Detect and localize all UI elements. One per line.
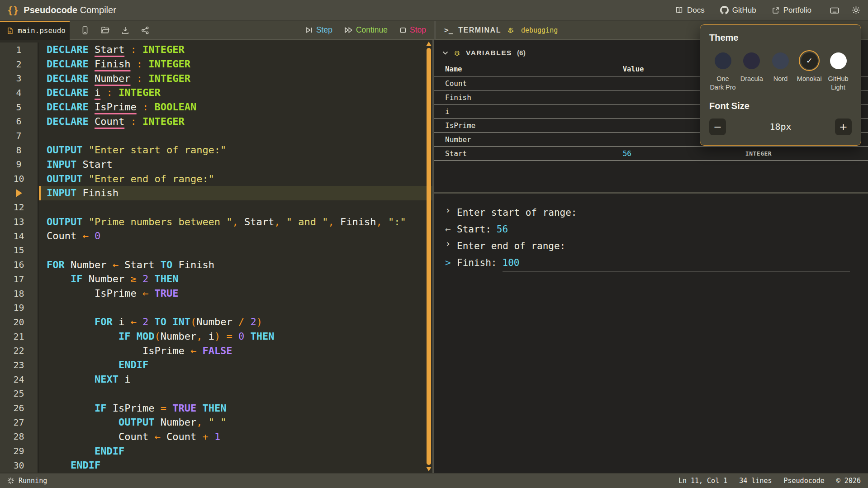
code-line[interactable]: 13OUTPUT "Prime numbers between ", Start… — [0, 214, 432, 229]
editor-scrollbar[interactable] — [426, 47, 432, 466]
code-line[interactable]: 9INPUT Start — [0, 157, 432, 172]
theme-option-dracula[interactable]: Dracula — [738, 50, 765, 92]
line-number: 8 — [0, 143, 39, 157]
status-right: Ln 11, Col 1 34 lines Pseudocode © 2026 — [678, 477, 861, 485]
code-text: Count ← Count + 1 — [39, 430, 432, 444]
scrollbar-thumb[interactable] — [427, 48, 431, 465]
code-line[interactable]: 17 IF Number ≥ 2 THEN — [0, 272, 432, 286]
stop-button[interactable]: Stop — [399, 25, 426, 35]
code-line[interactable]: 24 NEXT i — [0, 372, 432, 387]
notebook-icon[interactable] — [81, 26, 90, 35]
code-line[interactable]: 22 IsPrime ← FALSE — [0, 343, 432, 358]
variable-name: Count — [445, 79, 623, 88]
code-line[interactable]: 3DECLARE Number : INTEGER — [0, 71, 432, 85]
external-link-icon — [772, 6, 780, 14]
code-line[interactable]: 19 — [0, 300, 432, 315]
theme-swatch-ring — [712, 50, 733, 71]
code-line[interactable]: 7 — [0, 128, 432, 143]
braces-logo-icon: {} — [7, 5, 19, 16]
theme-option-github-light[interactable]: GitHub Light — [825, 50, 852, 92]
line-number: 10 — [0, 171, 39, 186]
line-number: 18 — [0, 286, 39, 301]
code-line[interactable]: 21 IF MOD(Number, i) = 0 THEN — [0, 329, 432, 344]
scroll-up-arrow[interactable] — [426, 42, 432, 46]
theme-settings-popup: Theme One Dark ProDraculaNord✓MonokaiGit… — [700, 24, 861, 146]
code-text: IsPrime ← TRUE — [39, 286, 432, 301]
font-size-increase-button[interactable]: + — [835, 118, 852, 135]
code-line[interactable]: 15 — [0, 243, 432, 258]
portfolio-link[interactable]: Portfolio — [772, 6, 811, 15]
variable-name: i — [445, 107, 623, 116]
code-text: DECLARE Count : INTEGER — [39, 114, 432, 128]
code-line[interactable]: 12 — [0, 200, 432, 215]
code-line[interactable]: 5DECLARE IsPrime : BOOLEAN — [0, 100, 432, 114]
step-button[interactable]: Step — [305, 25, 332, 35]
code-line[interactable]: INPUT Finish — [0, 186, 432, 200]
bug-icon — [507, 26, 515, 34]
code-line[interactable]: 18 IsPrime ← TRUE — [0, 286, 432, 301]
output-text: Enter start of range: — [457, 207, 577, 218]
theme-option-one-dark-pro[interactable]: One Dark Pro — [709, 50, 736, 92]
code-line[interactable]: 28 Count ← Count + 1 — [0, 430, 432, 444]
code-line[interactable]: 16FOR Number ← Start TO Finish — [0, 257, 432, 272]
line-number: 24 — [0, 372, 39, 387]
code-line[interactable]: 2DECLARE Finish : INTEGER — [0, 57, 432, 71]
code-line[interactable]: 6DECLARE Count : INTEGER — [0, 114, 432, 128]
step-icon — [305, 26, 313, 34]
code-text: DECLARE Number : INTEGER — [39, 71, 432, 85]
line-number: 5 — [0, 100, 39, 114]
github-link[interactable]: GitHub — [720, 6, 756, 15]
font-size-decrease-button[interactable]: − — [709, 118, 726, 135]
code-line[interactable]: 10OUTPUT "Enter end of range:" — [0, 171, 432, 186]
code-text — [39, 387, 432, 401]
scroll-down-arrow[interactable] — [426, 467, 432, 471]
terminal-input-field[interactable]: 100 — [503, 257, 850, 271]
line-number: 3 — [0, 71, 39, 85]
theme-option-label: Dracula — [740, 75, 763, 83]
code-line[interactable]: 20 FOR i ← 2 TO INT(Number / 2) — [0, 315, 432, 329]
line-number: 9 — [0, 157, 39, 172]
top-bar: {} Pseudocode Compiler Docs GitHub Portf… — [0, 0, 868, 21]
prompt-icon: > — [445, 257, 457, 268]
line-number: 23 — [0, 358, 39, 372]
theme-option-nord[interactable]: Nord — [767, 50, 794, 92]
code-line[interactable]: 14Count ← 0 — [0, 229, 432, 243]
output-text: Finish: — [457, 257, 497, 268]
theme-swatches: One Dark ProDraculaNord✓MonokaiGitHub Li… — [709, 50, 852, 92]
variable-name: IsPrime — [445, 121, 623, 130]
code-editor[interactable]: 1DECLARE Start : INTEGER2DECLARE Finish … — [0, 40, 434, 473]
code-line[interactable]: 25 — [0, 387, 432, 401]
line-number: 13 — [0, 214, 39, 229]
output-text: Enter end of range: — [457, 241, 565, 251]
stop-icon — [399, 27, 407, 34]
terminal-output-line: ›Enter start of range: — [445, 207, 850, 218]
line-number: 20 — [0, 315, 39, 329]
debug-mode-badge: debugging — [521, 26, 558, 34]
tab-main-pseudo[interactable]: main.pseudo — [0, 21, 70, 40]
keyboard-shortcuts-icon[interactable] — [830, 5, 840, 15]
line-number: 21 — [0, 329, 39, 344]
variable-value: 56 — [623, 149, 745, 158]
download-icon[interactable] — [121, 26, 130, 35]
code-text: IF IsPrime = TRUE THEN — [39, 401, 432, 415]
share-icon[interactable] — [141, 26, 150, 35]
code-line[interactable]: 23 ENDIF — [0, 358, 432, 372]
code-text: DECLARE Finish : INTEGER — [39, 57, 432, 71]
code-text: DECLARE IsPrime : BOOLEAN — [39, 100, 432, 114]
folder-open-icon[interactable] — [100, 25, 110, 35]
code-line[interactable]: 29 ENDIF — [0, 444, 432, 458]
code-line[interactable]: 8OUTPUT "Enter start of range:" — [0, 143, 432, 157]
continue-button[interactable]: Continue — [344, 25, 388, 35]
top-nav: Docs GitHub Portfolio — [675, 5, 861, 15]
code-line[interactable]: 4DECLARE i : INTEGER — [0, 85, 432, 100]
settings-gear-icon[interactable] — [851, 5, 861, 15]
code-line[interactable]: 26 IF IsPrime = TRUE THEN — [0, 401, 432, 415]
variable-type: INTEGER — [745, 150, 868, 157]
theme-option-monokai[interactable]: ✓Monokai — [796, 50, 823, 92]
code-line[interactable]: 30 ENDIF — [0, 458, 432, 473]
code-line[interactable]: 27 OUTPUT Number, " " — [0, 415, 432, 430]
theme-swatch-circle: ✓ — [801, 52, 818, 69]
code-line[interactable]: 1DECLARE Start : INTEGER — [0, 43, 432, 57]
docs-link[interactable]: Docs — [675, 6, 705, 15]
code-text: INPUT Start — [39, 157, 432, 172]
